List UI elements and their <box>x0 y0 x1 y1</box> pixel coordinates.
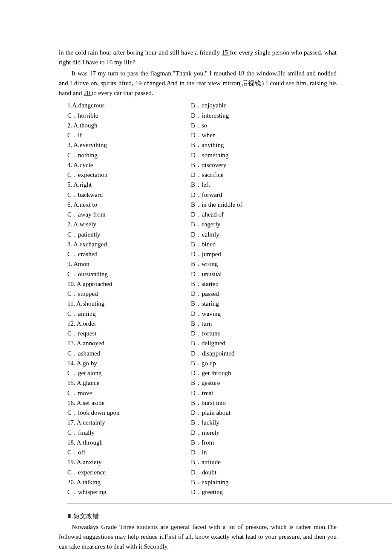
option-left: C．off <box>67 448 191 457</box>
section-3-heading: Ⅲ.短文改错 <box>59 512 337 521</box>
option-row: C．whisperingD．greeting <box>67 487 337 497</box>
option-row: 13. A.annoyedB．delighted <box>67 338 337 348</box>
option-left: C．stopped <box>67 289 191 299</box>
option-row: 10. A.approachedB．started <box>67 279 337 289</box>
option-right: D．in <box>191 448 207 457</box>
option-left: 15. A.glance <box>67 378 191 388</box>
option-row: C．expectationD．sacrifice <box>67 170 337 180</box>
option-right: B．from <box>191 438 214 448</box>
option-right: B．burst into <box>191 398 226 408</box>
option-row: C．ifD．when <box>67 130 337 140</box>
option-row: C．horribleD．interesting <box>67 111 337 121</box>
option-row: 3. A.everythingB．anything <box>67 140 337 150</box>
option-right: B．eagerly <box>191 220 220 229</box>
option-right: D．interesting <box>191 111 229 121</box>
option-left: C．nothing <box>67 150 191 160</box>
option-left: C．look down upon <box>67 408 191 418</box>
option-row: C．finallyD．merely <box>67 428 337 438</box>
option-left: C．move <box>67 388 191 398</box>
options-block: 1.A.dangerousB．enjoyableC．horribleD．inte… <box>67 101 337 497</box>
option-left: 12. A.order <box>67 319 191 329</box>
option-row: C．stoppedD．passed <box>67 289 337 299</box>
option-left: C．expectation <box>67 170 191 180</box>
option-right: D．treat <box>191 388 213 398</box>
option-right: B．luckily <box>191 418 219 428</box>
option-right: B．started <box>191 279 219 289</box>
text: to every car that passed. <box>92 90 153 96</box>
option-right: B．turn <box>191 319 212 329</box>
option-right: D．when <box>191 130 216 140</box>
option-row: 1.A.dangerousB．enjoyable <box>67 101 337 110</box>
option-left: C．if <box>67 130 191 140</box>
option-row: C．away fromD．ahead of <box>67 210 337 220</box>
option-row: 9. AmonB．wrong <box>67 259 337 269</box>
option-left: C．crashed <box>67 249 191 259</box>
option-left: C．patiently <box>67 230 191 240</box>
option-left: 8. A.exchanged <box>67 240 191 249</box>
option-left: 3. A.everything <box>67 140 191 150</box>
option-row: C．nothingD．something <box>67 150 337 160</box>
passage-line-2: It was 17 my turn to pass the flagman."T… <box>59 69 337 98</box>
option-row: 8. A.exchangedB．bined <box>67 240 337 249</box>
option-row: 18. A.throughB．from <box>67 438 337 448</box>
option-right: D．get through <box>191 368 231 378</box>
option-right: D．passed <box>191 289 219 299</box>
option-right: D．plain about <box>191 408 231 418</box>
option-left: 10. A.approached <box>67 279 191 289</box>
option-left: 9. Amon <box>67 259 191 269</box>
text: It was <box>72 70 89 77</box>
option-left: C．away from <box>67 210 191 220</box>
option-right: B．attitude <box>191 457 221 467</box>
option-right: D．doubt <box>191 468 216 477</box>
option-row: 11. A.shoutingB．staring <box>67 299 337 309</box>
blank-16: 16 <box>106 59 114 66</box>
option-row: 14. A.go byB．go up <box>67 358 337 368</box>
option-left: C．aiming <box>67 309 191 319</box>
option-row: C．get alongD．get through <box>67 368 337 378</box>
option-row: C．look down uponD．plain about <box>67 408 337 418</box>
option-right: B．discovery <box>191 160 226 170</box>
option-row: 17. A.certainlyB．luckily <box>67 418 337 428</box>
option-right: B．enjoyable <box>191 101 226 110</box>
option-left: C．finally <box>67 428 191 438</box>
option-right: D．sacrifice <box>191 170 224 180</box>
option-left: 5. A.right <box>67 180 191 190</box>
option-row: C．ashamedD．disappointed <box>67 349 337 358</box>
option-row: C．experienceD．doubt <box>67 468 337 477</box>
option-left: 13. A.annoyed <box>67 338 191 348</box>
option-right: B．staring <box>191 299 219 309</box>
option-left: 19. A.anxiety <box>67 457 191 467</box>
divider-line: ————————————————————————————————————————… <box>67 498 328 508</box>
option-left: 18. A.through <box>67 438 191 448</box>
option-right: D．jumped <box>191 249 221 259</box>
option-left: 1.A.dangerous <box>67 101 191 110</box>
option-row: 15. A.glanceB．gesture <box>67 378 337 388</box>
blank-20: 20 <box>84 90 92 96</box>
option-left: C．get along <box>67 368 191 378</box>
option-row: C．crashedD．jumped <box>67 249 337 259</box>
option-right: B．left <box>191 180 210 190</box>
option-left: 6. A.next to <box>67 200 191 210</box>
passage-line-1: in the cold rain hour after boring hour … <box>59 48 337 68</box>
option-row: C．moveD．treat <box>67 388 337 398</box>
option-right: B．bined <box>191 240 216 249</box>
option-row: 5. A.rightB．left <box>67 180 337 190</box>
option-right: D．greeting <box>191 487 223 497</box>
option-right: B．delighted <box>191 338 225 348</box>
option-left: C．outstanding <box>67 269 191 279</box>
option-row: 7. A.wiselyB．eagerly <box>67 220 337 229</box>
blank-18: 18 <box>238 70 247 77</box>
option-row: C．outstandingD．unusual <box>67 269 337 279</box>
option-left: 17. A.certainly <box>67 418 191 428</box>
option-right: B．in the middle of <box>191 200 242 210</box>
option-right: D．waving <box>191 309 221 319</box>
option-right: B．gesture <box>191 378 220 388</box>
option-right: B．anything <box>191 140 224 150</box>
option-left: 14. A.go by <box>67 358 191 368</box>
option-right: D．merely <box>191 428 219 438</box>
text: my turn to pass the flagman."Thank you,"… <box>98 70 238 77</box>
option-left: 7. A.wisely <box>67 220 191 229</box>
option-row: 20. A.talkingB．explaining <box>67 477 337 487</box>
option-left: 20. A.talking <box>67 477 191 487</box>
option-right: B．so <box>191 121 207 130</box>
